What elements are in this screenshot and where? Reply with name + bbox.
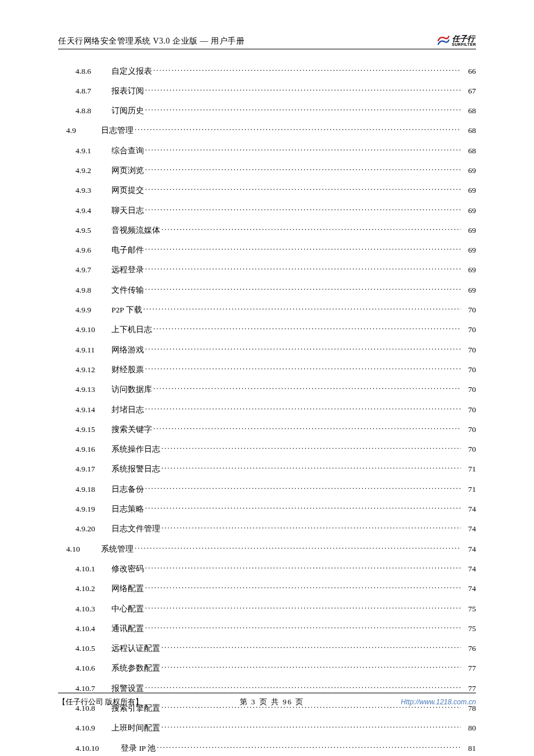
toc-entry[interactable]: 4.9.20日志文件管理74: [58, 524, 476, 535]
toc-entry[interactable]: 4.9.5音视频流媒体69: [58, 225, 476, 236]
toc-entry[interactable]: 4.9.18日志备份71: [58, 484, 476, 495]
toc-number: 4.9: [66, 126, 101, 135]
toc-number: 4.10.3: [75, 604, 111, 614]
toc-entry[interactable]: 4.8.8订阅历史68: [58, 106, 476, 117]
footer-copyright: 【任子行公司 版权所有】: [58, 697, 143, 707]
toc-number: 4.9.19: [75, 505, 111, 514]
toc-entry[interactable]: 4.9.19日志策略74: [58, 504, 476, 515]
toc-leader: [135, 543, 461, 552]
toc-entry[interactable]: 4.10.5远程认证配置76: [58, 643, 476, 654]
toc-entry[interactable]: 4.9.16系统操作日志70: [58, 444, 476, 455]
toc-title: 电子邮件: [111, 245, 145, 255]
toc-number: 4.9.2: [75, 166, 111, 175]
toc-leader: [145, 145, 461, 153]
toc-entry[interactable]: 4.9日志管理68: [58, 125, 476, 136]
toc-entry[interactable]: 4.9.17系统报警日志71: [58, 464, 476, 475]
toc-number: 4.8.8: [75, 106, 111, 116]
brand-logo: 任子行 SURFILTER: [437, 35, 476, 46]
toc-entry[interactable]: 4.9.4聊天日志69: [58, 205, 476, 216]
toc-entry[interactable]: 4.8.6自定义报表66: [58, 66, 476, 77]
toc-entry[interactable]: 4.10.2网络配置74: [58, 584, 476, 595]
toc-page: 70: [461, 445, 476, 454]
toc-title: 上下机日志: [111, 325, 153, 335]
toc-page: 70: [461, 365, 476, 375]
toc-number: 4.10.10: [75, 744, 121, 753]
toc-leader: [161, 643, 461, 651]
toc-page: 74: [461, 505, 476, 514]
toc-title: 音视频流媒体: [111, 225, 161, 236]
toc-entry[interactable]: 4.10系统管理74: [58, 543, 476, 555]
toc-entry[interactable]: 4.10.1修改密码74: [58, 563, 476, 574]
toc-entry[interactable]: 4.10.7报警设置77: [58, 683, 476, 694]
toc-number: 4.9.18: [75, 485, 111, 494]
toc-title: 网络游戏: [111, 345, 145, 355]
toc-number: 4.10: [66, 545, 101, 554]
toc-number: 4.9.12: [75, 365, 111, 375]
toc-entry[interactable]: 4.9.8文件传输69: [58, 285, 476, 296]
toc-title: 通讯配置: [111, 624, 145, 634]
toc-page: 75: [461, 604, 476, 614]
logo-icon: [437, 35, 450, 46]
toc-entry[interactable]: 4.9.12财经股票70: [58, 364, 476, 375]
toc-entry[interactable]: 4.10.10登录 IP 池81: [58, 743, 476, 754]
toc-number: 4.9.9: [75, 305, 111, 315]
toc-leader: [161, 663, 461, 671]
toc-page: 69: [461, 186, 476, 195]
toc-title: 中心配置: [111, 604, 145, 614]
toc-page: 71: [461, 465, 476, 474]
toc-title: 远程认证配置: [111, 643, 161, 654]
toc-title: 网页浏览: [111, 165, 145, 176]
toc-leader: [143, 305, 461, 313]
toc-page: 68: [461, 146, 476, 156]
toc-entry[interactable]: 4.9.14封堵日志70: [58, 404, 476, 415]
toc-title: 日志文件管理: [111, 524, 161, 534]
toc-title: 订阅历史: [111, 106, 145, 116]
toc-entry[interactable]: 4.10.3中心配置75: [58, 603, 476, 614]
toc-entry[interactable]: 4.9.10上下机日志70: [58, 325, 476, 336]
toc-page: 74: [461, 524, 476, 534]
toc-entry[interactable]: 4.9.15搜索关键字70: [58, 424, 476, 435]
toc-leader: [145, 404, 461, 412]
toc-page: 69: [461, 226, 476, 235]
toc-number: 4.9.15: [75, 425, 111, 434]
toc-entry[interactable]: 4.9.3网页提交69: [58, 185, 476, 196]
toc-title: 日志管理: [101, 125, 135, 136]
toc-number: 4.9.4: [75, 206, 111, 215]
toc-title: 网络配置: [111, 584, 145, 594]
toc-entry[interactable]: 4.10.6系统参数配置77: [58, 663, 476, 674]
toc-entry[interactable]: 4.10.4通讯配置75: [58, 623, 476, 634]
toc-leader: [135, 125, 461, 134]
toc-page: 74: [461, 584, 476, 593]
toc-leader: [145, 245, 461, 253]
toc-title: 网页提交: [111, 185, 145, 196]
toc-title: 登录 IP 池: [121, 743, 157, 754]
toc-entry[interactable]: 4.8.7报表订阅67: [58, 85, 476, 96]
toc-entry[interactable]: 4.10.9上班时间配置80: [58, 723, 476, 734]
toc-entry[interactable]: 4.9.2网页浏览69: [58, 165, 476, 176]
toc-page: 69: [461, 166, 476, 175]
toc-entry[interactable]: 4.9.9P2P 下载70: [58, 305, 476, 316]
toc-entry[interactable]: 4.9.6电子邮件69: [58, 245, 476, 256]
toc-leader: [157, 743, 461, 751]
toc-entry[interactable]: 4.9.11网络游戏70: [58, 344, 476, 355]
toc-page: 75: [461, 624, 476, 633]
toc-title: 财经股票: [111, 365, 145, 375]
toc-entry[interactable]: 4.9.13访问数据库70: [58, 384, 476, 395]
toc-page: 70: [461, 325, 476, 334]
toc-leader: [145, 623, 461, 631]
toc-leader: [145, 85, 461, 93]
toc-number: 4.9.7: [75, 265, 111, 275]
toc-page: 70: [461, 305, 476, 315]
toc-page: 70: [461, 345, 476, 355]
toc-number: 4.8.6: [75, 67, 111, 76]
toc-number: 4.10.5: [75, 644, 111, 653]
toc-leader: [153, 325, 461, 333]
toc-title: 搜索关键字: [111, 424, 153, 435]
toc-entry[interactable]: 4.9.7远程登录69: [58, 265, 476, 276]
toc-page: 70: [461, 425, 476, 434]
toc-page: 74: [461, 564, 476, 574]
toc-entry[interactable]: 4.9.1综合查询68: [58, 145, 476, 156]
page-header: 任天行网络安全管理系统 V3.0 企业版 — 用户手册 任子行 SURFILTE…: [58, 35, 476, 49]
toc-leader: [145, 504, 461, 512]
toc-number: 4.8.7: [75, 87, 111, 96]
